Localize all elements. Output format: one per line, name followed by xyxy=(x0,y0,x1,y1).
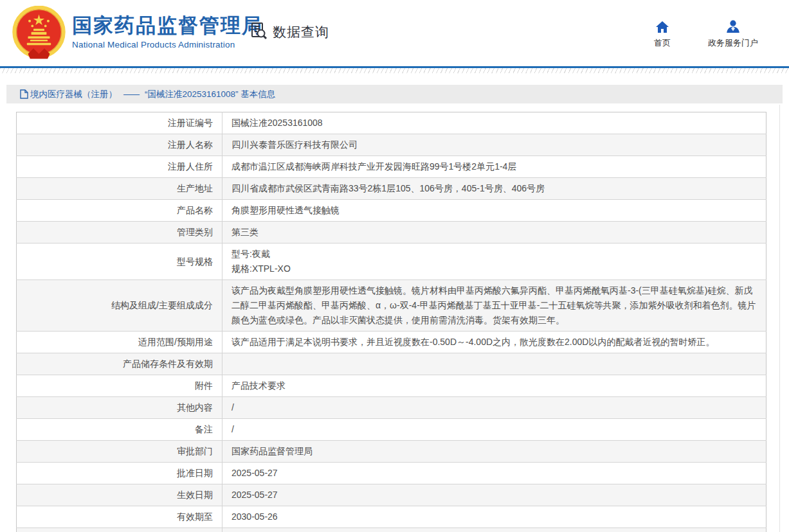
row-label: 生效日期 xyxy=(17,484,222,506)
row-value: 该产品适用于满足本说明书要求，并且近视度数在-0.50D～-4.00D之内，散光… xyxy=(222,332,766,353)
info-table-body: 注册证编号国械注准20253161008注册人名称四川兴泰普乐医疗科技有限公司注… xyxy=(17,112,766,532)
row-label: 产品储存条件及有效期 xyxy=(17,353,222,375)
top-nav: 首页 政务服务门户 xyxy=(654,19,758,49)
row-value: / xyxy=(222,419,766,441)
table-row: 生效日期2025-05-27 xyxy=(17,484,766,506)
row-label: 审批部门 xyxy=(17,441,222,463)
agency-title-en: National Medical Products Administration xyxy=(72,40,263,49)
table-row: 型号规格型号:夜戴 规格:XTPL-XO xyxy=(17,244,766,280)
row-value: / xyxy=(222,397,766,419)
row-label: 附件 xyxy=(17,375,222,397)
row-label: 有效期至 xyxy=(17,506,222,528)
data-query-section-title: 数据查询 xyxy=(249,21,329,43)
home-icon xyxy=(655,19,669,33)
row-label: 产品名称 xyxy=(17,200,222,222)
agency-title: 国家药品监督管理局 National Medical Products Admi… xyxy=(72,14,263,49)
site-header: 国家药品监督管理局 National Medical Products Admi… xyxy=(0,0,789,66)
hatch-divider xyxy=(0,68,789,73)
breadcrumb-root-label: 境内医疗器械（注册） xyxy=(30,89,117,100)
row-value xyxy=(222,353,766,375)
nav-portal[interactable]: 政务服务门户 xyxy=(708,19,758,49)
table-row: 批准日期2025-05-27 xyxy=(17,463,766,484)
row-label: 型号规格 xyxy=(17,244,222,280)
document-icon xyxy=(20,89,28,99)
row-label xyxy=(17,528,222,532)
nav-home[interactable]: 首页 xyxy=(654,19,671,49)
breadcrumb-current: “国械注准20253161008” 基本信息 xyxy=(145,89,275,100)
table-row xyxy=(17,528,766,532)
row-value: 2030-05-26 xyxy=(222,506,766,528)
row-label: 注册人名称 xyxy=(17,134,222,156)
table-row: 备注/ xyxy=(17,419,766,441)
row-label: 批准日期 xyxy=(17,463,222,484)
data-query-label: 数据查询 xyxy=(273,23,329,41)
row-value: 2025-05-27 xyxy=(222,484,766,506)
row-value: 四川兴泰普乐医疗科技有限公司 xyxy=(222,134,766,156)
table-row: 生产地址四川省成都市武侯区武青南路33号2栋1层105、106号房，405-1号… xyxy=(17,178,766,200)
registration-info-table: 注册证编号国械注准20253161008注册人名称四川兴泰普乐医疗科技有限公司注… xyxy=(16,112,766,532)
agency-title-zh: 国家药品监督管理局 xyxy=(72,14,263,37)
breadcrumb-root[interactable]: 境内医疗器械（注册） xyxy=(20,89,117,100)
china-national-emblem-logo[interactable] xyxy=(12,6,66,60)
row-value: 2025-05-27 xyxy=(222,463,766,484)
row-label: 备注 xyxy=(17,419,222,441)
table-row: 注册人住所成都市温江区成都海峡两岸科技产业开发园海旺路99号1号楼2单元1-4层 xyxy=(17,156,766,178)
row-value: 该产品为夜戴型角膜塑形用硬性透气接触镜。镜片材料由甲基丙烯酸六氟异丙酯、甲基丙烯… xyxy=(222,280,766,332)
row-value: 国家药品监督管理局 xyxy=(222,441,766,463)
table-row: 产品储存条件及有效期 xyxy=(17,353,766,375)
registration-info-table-wrap: 注册证编号国械注准20253161008注册人名称四川兴泰普乐医疗科技有限公司注… xyxy=(16,112,789,532)
table-row: 审批部门国家药品监督管理局 xyxy=(17,441,766,463)
row-value: 角膜塑形用硬性透气接触镜 xyxy=(222,200,766,222)
table-row: 其他内容/ xyxy=(17,397,766,419)
row-value: 第三类 xyxy=(222,222,766,244)
row-label: 生产地址 xyxy=(17,178,222,200)
row-value: 成都市温江区成都海峡两岸科技产业开发园海旺路99号1号楼2单元1-4层 xyxy=(222,156,766,178)
nav-portal-label: 政务服务门户 xyxy=(708,37,758,49)
row-value: 四川省成都市武侯区武青南路33号2栋1层105、106号房，405-1号房、40… xyxy=(222,178,766,200)
row-label: 其他内容 xyxy=(17,397,222,419)
table-row: 产品名称角膜塑形用硬性透气接触镜 xyxy=(17,200,766,222)
row-value xyxy=(222,528,766,532)
row-label: 管理类别 xyxy=(17,222,222,244)
breadcrumb: 境内医疗器械（注册） —— “国械注准20253161008” 基本信息 xyxy=(6,85,783,103)
table-row: 适用范围/预期用途该产品适用于满足本说明书要求，并且近视度数在-0.50D～-4… xyxy=(17,332,766,353)
row-label: 注册证编号 xyxy=(17,112,222,134)
row-label: 结构及组成/主要组成成分 xyxy=(17,280,222,332)
row-value: 国械注准20253161008 xyxy=(222,112,766,134)
row-value: 型号:夜戴 规格:XTPL-XO xyxy=(222,244,766,280)
row-label: 注册人住所 xyxy=(17,156,222,178)
user-icon xyxy=(726,19,740,33)
breadcrumb-separator: —— xyxy=(123,89,138,99)
document-search-icon xyxy=(249,21,269,43)
table-row: 注册证编号国械注准20253161008 xyxy=(17,112,766,134)
table-row: 结构及组成/主要组成成分该产品为夜戴型角膜塑形用硬性透气接触镜。镜片材料由甲基丙… xyxy=(17,280,766,332)
table-row: 管理类别第三类 xyxy=(17,222,766,244)
table-row: 有效期至2030-05-26 xyxy=(17,506,766,528)
table-row: 附件产品技术要求 xyxy=(17,375,766,397)
page-right-divider xyxy=(779,105,780,532)
row-label: 适用范围/预期用途 xyxy=(17,332,222,353)
nav-home-label: 首页 xyxy=(654,37,671,49)
row-value: 产品技术要求 xyxy=(222,375,766,397)
china-national-emblem-icon xyxy=(12,6,66,60)
table-row: 注册人名称四川兴泰普乐医疗科技有限公司 xyxy=(17,134,766,156)
